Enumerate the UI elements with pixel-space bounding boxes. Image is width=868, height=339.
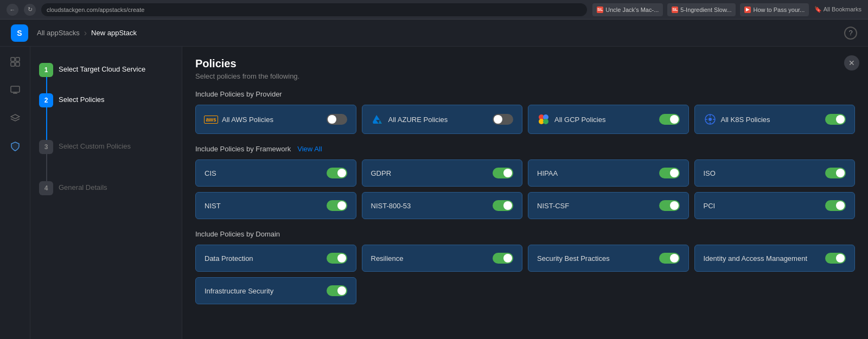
- bookmarks-button[interactable]: 🔖 All Bookmarks: [814, 6, 861, 13]
- framework-iso-card[interactable]: ISO: [694, 159, 856, 187]
- domain-iam-card[interactable]: Identity and Access Management: [694, 245, 856, 272]
- help-icon[interactable]: ?: [844, 27, 857, 40]
- svg-rect-0: [11, 57, 15, 61]
- svg-rect-1: [16, 57, 20, 61]
- step-3: 3 Select Custom Policies: [39, 135, 173, 159]
- reload-button[interactable]: ↻: [24, 4, 36, 16]
- aws-toggle[interactable]: [327, 114, 347, 125]
- tab-2[interactable]: SL 5-Ingredient Slow...: [667, 3, 736, 16]
- hipaa-toggle[interactable]: [659, 168, 680, 178]
- tab3-label: How to Pass your...: [753, 7, 805, 13]
- sidebar-shield-icon[interactable]: [7, 138, 24, 155]
- sidebar: [0, 47, 30, 339]
- tab1-label: Uncle Jack's Mac-...: [605, 7, 659, 13]
- nist-toggle[interactable]: [327, 200, 347, 211]
- step1-label: Select Target Cloud Service: [59, 63, 145, 73]
- tab3-favicon: ▶: [744, 7, 751, 13]
- pci-toggle[interactable]: [825, 200, 846, 211]
- k8s-toggle[interactable]: [825, 114, 846, 125]
- sidebar-grid-icon[interactable]: [7, 53, 24, 71]
- browser-bar: ← ↻ cloudstackgen.com/appstacks/create S…: [0, 0, 868, 20]
- step-2: 2 Select Policies: [39, 88, 173, 113]
- back-button[interactable]: ←: [7, 4, 18, 16]
- url-bar[interactable]: cloudstackgen.com/appstacks/create: [41, 3, 587, 16]
- framework-nistcsf-card[interactable]: NIST-CSF: [528, 192, 689, 219]
- app-container: S All appStacks › New appStack ?: [0, 20, 868, 339]
- domain-section-title: Include Policies by Domain: [195, 230, 855, 238]
- cis-label: CIS: [205, 169, 216, 177]
- tab-1[interactable]: SL Uncle Jack's Mac-...: [592, 3, 663, 16]
- azure-icon: [371, 113, 384, 126]
- cis-toggle[interactable]: [327, 168, 347, 178]
- resilience-toggle[interactable]: [493, 253, 513, 264]
- aws-label: aws All AWS Policies: [205, 113, 273, 126]
- domain-resilience-card[interactable]: Resilience: [362, 245, 523, 272]
- policies-title: Policies: [195, 57, 855, 70]
- hipaa-label: HIPAA: [537, 169, 558, 177]
- provider-aws-card[interactable]: aws All AWS Policies: [195, 105, 356, 134]
- pci-label: PCI: [704, 202, 716, 210]
- iam-toggle[interactable]: [825, 253, 846, 264]
- infra-security-toggle[interactable]: [327, 285, 347, 296]
- empty-slot-3: [694, 277, 856, 304]
- sidebar-layers-icon[interactable]: [7, 110, 24, 127]
- domain-infra-security-card[interactable]: Infrastructure Security: [195, 277, 356, 304]
- nistcsf-toggle[interactable]: [659, 200, 680, 211]
- azure-toggle[interactable]: [493, 114, 513, 125]
- framework-section-title: Include Policies by Framework View All: [195, 145, 855, 153]
- step2-label: Select Policies: [59, 93, 105, 104]
- provider-azure-card[interactable]: All AZURE Policies: [362, 105, 523, 134]
- gdpr-label: GDPR: [371, 169, 392, 177]
- data-protection-toggle[interactable]: [327, 253, 347, 264]
- policies-panel: ✕ Policies Select policies from the foll…: [182, 47, 868, 339]
- tab-3[interactable]: ▶ How to Pass your...: [740, 3, 809, 16]
- tab2-favicon: SL: [672, 7, 678, 13]
- domain-grid-bottom: Infrastructure Security: [195, 277, 855, 304]
- framework-gdpr-card[interactable]: GDPR: [362, 159, 523, 187]
- svg-point-12: [709, 118, 712, 121]
- gcp-label: All GCP Policies: [537, 113, 605, 126]
- provider-k8s-card[interactable]: All K8S Policies: [694, 105, 856, 134]
- nist800-label: NIST-800-53: [371, 202, 411, 210]
- k8s-icon: [704, 113, 717, 126]
- gdpr-toggle[interactable]: [493, 168, 513, 178]
- gcp-toggle[interactable]: [659, 114, 680, 125]
- breadcrumb-current: New appStack: [91, 29, 137, 37]
- iso-toggle[interactable]: [825, 168, 846, 178]
- url-text: cloudstackgen.com/appstacks/create: [47, 7, 144, 13]
- close-button[interactable]: ✕: [844, 55, 859, 71]
- step3-number: 3: [39, 140, 53, 154]
- azure-label: All AZURE Policies: [371, 113, 448, 126]
- framework-hipaa-card[interactable]: HIPAA: [528, 159, 689, 187]
- step-1: 1 Select Target Cloud Service: [39, 57, 173, 82]
- security-practices-toggle[interactable]: [659, 253, 680, 264]
- tab1-favicon: SL: [597, 7, 603, 13]
- k8s-label: All K8S Policies: [704, 113, 770, 126]
- framework-pci-card[interactable]: PCI: [694, 192, 856, 219]
- iso-label: ISO: [704, 169, 716, 177]
- main-layout: 1 Select Target Cloud Service 2 Select P…: [0, 47, 868, 339]
- tab2-label: 5-Ingredient Slow...: [680, 7, 731, 13]
- aws-icon: aws: [205, 113, 218, 126]
- framework-nist-card[interactable]: NIST: [195, 192, 356, 219]
- framework-cis-card[interactable]: CIS: [195, 159, 356, 187]
- view-all-link[interactable]: View All: [297, 145, 322, 153]
- nist800-toggle[interactable]: [493, 200, 513, 211]
- framework-nist800-card[interactable]: NIST-800-53: [362, 192, 523, 219]
- gcp-icon: [537, 113, 550, 126]
- empty-slot-1: [362, 277, 523, 304]
- breadcrumb-parent[interactable]: All appStacks: [37, 29, 80, 37]
- browser-tabs: SL Uncle Jack's Mac-... SL 5-Ingredient …: [592, 3, 809, 16]
- provider-gcp-card[interactable]: All GCP Policies: [528, 105, 689, 134]
- provider-grid: aws All AWS Policies: [195, 105, 855, 134]
- policies-subtitle: Select policies from the following.: [195, 72, 855, 80]
- domain-data-protection-card[interactable]: Data Protection: [195, 245, 356, 272]
- sidebar-monitor-icon[interactable]: [7, 81, 24, 99]
- security-practices-label: Security Best Practices: [537, 254, 610, 263]
- header-bar: S All appStacks › New appStack ?: [0, 20, 868, 47]
- breadcrumb-separator: ›: [84, 28, 87, 38]
- sidebar-logo: S: [11, 24, 28, 42]
- domain-security-practices-card[interactable]: Security Best Practices: [528, 245, 689, 272]
- steps-panel: 1 Select Target Cloud Service 2 Select P…: [30, 47, 182, 339]
- resilience-label: Resilience: [371, 254, 404, 263]
